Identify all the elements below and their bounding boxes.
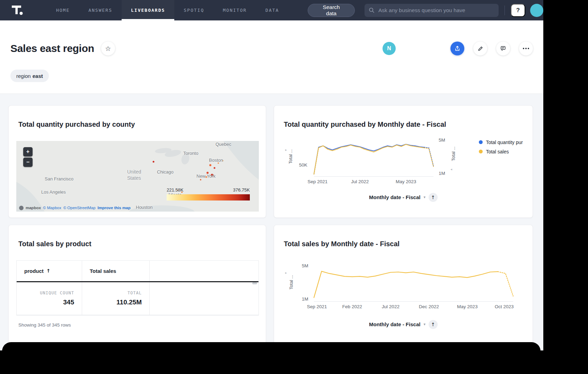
x-tick: Sep 2021	[307, 304, 327, 309]
x-axis-ticks: Sep 2021 Jul 2022 May 2023	[314, 179, 433, 185]
line-plot[interactable]	[314, 138, 433, 177]
column-header-product[interactable]: product ↑	[17, 261, 82, 281]
summary-label: TOTAL	[128, 291, 142, 295]
row-count-note: Showing 345 of 345 rows	[18, 322, 258, 328]
legend-item-sales[interactable]: Total sales	[479, 149, 523, 154]
nav-divider	[504, 6, 505, 15]
map-label: Toronto	[183, 151, 198, 156]
caret-down-icon[interactable]: ▾	[423, 195, 425, 199]
nav-item-answers[interactable]: ANSWERS	[79, 0, 122, 20]
nav-item-home[interactable]: HOME	[47, 0, 79, 20]
legend-label: Total sales	[486, 149, 509, 154]
ask-question-box	[365, 4, 499, 17]
comment-icon	[500, 45, 506, 52]
table-summary-row: UNIQUE COUNT 345 TOTAL 110.25M	[17, 282, 258, 315]
heat-scale: 221.58K 376.75K	[167, 187, 250, 201]
caret-down-icon[interactable]: ▾	[423, 322, 425, 327]
filter-chip-region[interactable]: region east	[10, 70, 49, 82]
zoom-out-button[interactable]: −	[23, 158, 33, 167]
liveboard-header: Sales east region ☆ N	[0, 20, 543, 94]
card-title: Total sales by Monthly date - Fiscal	[284, 240, 523, 248]
nav-item-data[interactable]: DATA	[256, 0, 288, 20]
scale-min: 221.58K	[167, 187, 183, 193]
edit-button[interactable]	[473, 42, 487, 55]
sort-ascending-icon: ↑	[46, 268, 51, 274]
nav-item-monitor[interactable]: MONITOR	[213, 0, 256, 20]
card-sales-by-product: Total sales by product product ↑ Total s…	[8, 225, 266, 350]
legend-label: Total quantity pur	[486, 140, 523, 145]
data-table: product ↑ Total sales UNIQUE COUNT 345 T…	[16, 260, 259, 315]
collaborator-avatar[interactable]: N	[383, 42, 396, 55]
arrow-up-icon: ↑	[431, 195, 435, 200]
share-button[interactable]	[450, 42, 464, 55]
column-label: Total sales	[90, 268, 116, 274]
axis-collapse-icon[interactable]: ◂	[450, 167, 452, 171]
user-avatar[interactable]	[530, 4, 543, 17]
move-axis-up-button[interactable]: ↑	[429, 193, 438, 202]
search-data-button[interactable]: Search data	[308, 4, 355, 17]
map-label: Houston	[136, 205, 152, 210]
right-axis-label: Total ...	[451, 146, 456, 161]
liveboard-grid: Total quantity purchased by county	[0, 94, 543, 350]
favorite-star-button[interactable]: ☆	[101, 42, 115, 55]
primary-nav: HOME ANSWERS LIVEBOARDS SPOTIQ MONITOR D…	[47, 0, 288, 20]
axis-expand-icon[interactable]: ▸	[285, 271, 287, 275]
x-axis-ticks: Sep 2021 Feb 2022 Jul 2022 Dec 2022 May …	[314, 304, 513, 310]
thoughtspot-logo-icon[interactable]	[10, 3, 25, 18]
summary-label: UNIQUE COUNT	[40, 291, 74, 295]
ellipsis-icon	[523, 48, 529, 49]
map-label: Chicago	[157, 169, 174, 175]
bottom-bar	[2, 342, 541, 374]
pencil-icon	[477, 46, 483, 52]
x-tick: Feb 2022	[342, 304, 362, 309]
map-attribution: mapbox © Mapbox © OpenStreetMap Improve …	[19, 206, 131, 210]
x-tick: Jul 2022	[351, 179, 369, 184]
top-nav: HOME ANSWERS LIVEBOARDS SPOTIQ MONITOR D…	[0, 0, 543, 20]
axis-expand-icon[interactable]: ▸	[285, 148, 287, 152]
right-axis-tick: 5M	[439, 137, 445, 143]
geo-map[interactable]: Quebec Toronto Boston Chicago New York U…	[16, 141, 259, 212]
comment-button[interactable]	[496, 42, 510, 55]
left-axis-label: Total ...	[288, 149, 293, 164]
summary-value: 110.25M	[116, 299, 142, 306]
table-scrollbar-thumb[interactable]	[252, 282, 257, 284]
heat-gradient-bar	[167, 194, 250, 201]
map-label: Los Angeles	[41, 189, 66, 195]
legend-dot	[479, 150, 483, 153]
x-tick: Jul 2022	[382, 304, 400, 309]
help-button[interactable]: ?	[511, 4, 525, 17]
x-axis-field-label[interactable]: Monthly date - Fiscal	[369, 194, 420, 200]
chart-area: ▸ Total ... 50K 5M 1M Total ... ◂ Total …	[284, 137, 523, 187]
move-axis-up-button[interactable]: ↑	[429, 320, 438, 329]
left-axis-tick: 50K	[299, 162, 307, 168]
left-axis-tick: 5M	[302, 263, 308, 268]
map-label: New York	[196, 173, 216, 179]
star-icon: ☆	[105, 45, 111, 52]
nav-item-liveboards[interactable]: LIVEBOARDS	[122, 0, 174, 20]
card-quantity-by-month: Total quantity purchased by Monthly date…	[274, 105, 533, 218]
page-title: Sales east region	[10, 43, 94, 54]
column-header-total-sales[interactable]: Total sales	[82, 261, 150, 281]
summary-value: 345	[63, 299, 74, 306]
improve-map-link[interactable]: Improve this map	[98, 206, 131, 210]
zoom-in-button[interactable]: +	[23, 147, 33, 157]
left-axis-tick: 1M	[302, 296, 308, 302]
left-axis-label: Total ...	[289, 275, 294, 290]
filter-chip-value: east	[33, 73, 43, 79]
mapbox-link[interactable]: © Mapbox	[43, 206, 61, 210]
legend-item-quantity[interactable]: Total quantity pur	[479, 140, 523, 145]
card-sales-by-month: Total sales by Monthly date - Fiscal ▸ T…	[274, 225, 533, 350]
nav-item-spotiq[interactable]: SPOTIQ	[174, 0, 213, 20]
x-tick: May 2023	[457, 304, 477, 309]
osm-link[interactable]: © OpenStreetMap	[63, 206, 96, 210]
line-plot[interactable]	[314, 262, 513, 302]
map-zoom-controls: + −	[23, 147, 33, 167]
more-options-button[interactable]	[519, 42, 533, 55]
app-window: HOME ANSWERS LIVEBOARDS SPOTIQ MONITOR D…	[0, 0, 543, 350]
x-axis-field-label[interactable]: Monthly date - Fiscal	[369, 321, 420, 327]
chart-area: ▸ Total ... 5M 1M Sep 2021 Feb 2022 Jul …	[284, 262, 523, 314]
map-label: Boston	[209, 158, 223, 163]
ask-question-input[interactable]	[378, 7, 494, 14]
x-tick: Sep 2021	[307, 179, 327, 184]
filter-chip-field: region	[16, 73, 31, 79]
